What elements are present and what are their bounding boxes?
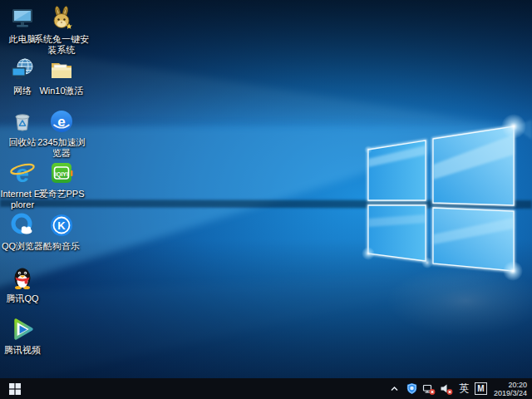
system-rabbit-icon: [48, 5, 75, 32]
desktop-icon-win10-activate[interactable]: Win10激活: [34, 57, 89, 96]
desktop-icon-label: 回收站: [9, 137, 37, 148]
system-tray: 英 M 20:20 2019/3/24: [387, 378, 532, 399]
internet-explorer-icon: e: [9, 160, 36, 186]
start-button[interactable]: [0, 378, 30, 399]
iqiyi-pps-icon: iQIYI: [48, 160, 75, 186]
taskbar: 英 M 20:20 2019/3/24: [0, 378, 532, 399]
desktop-screen: 此电脑 网络 回收站 e Internet Explorer QQ浏览器: [0, 0, 532, 399]
network-icon: [9, 57, 36, 83]
qq-browser-icon: [9, 212, 36, 239]
recycle-bin-icon: [9, 108, 36, 135]
desktop-icon-tencent-qq[interactable]: 腾讯QQ: [0, 264, 45, 304]
windows-logo-icon: [9, 383, 21, 395]
desktop-icon-label: 网络: [13, 86, 32, 96]
desktop-icon-iqiyi-pps[interactable]: iQIYI 爱奇艺PPS: [34, 160, 89, 200]
taskbar-clock[interactable]: 20:20 2019/3/24: [490, 381, 530, 397]
desktop-icon-label: 酷狗音乐: [43, 241, 80, 252]
clock-time: 20:20: [494, 381, 527, 389]
2345-browser-icon: e: [48, 108, 75, 135]
language-indicator[interactable]: 英: [457, 382, 471, 396]
desktop-icon-label: 系统兔一键安装系统: [34, 34, 89, 56]
kugou-music-icon: K: [48, 212, 75, 239]
this-pc-icon: [9, 5, 36, 32]
desktop-icon-label: 此电脑: [9, 34, 37, 45]
desktop-icon-kugou-music[interactable]: K 酷狗音乐: [34, 212, 89, 252]
desktop-icon-system-rabbit[interactable]: 系统兔一键安装系统: [34, 5, 89, 56]
hidden-icons-chevron-icon[interactable]: [387, 382, 401, 396]
clock-date: 2019/3/24: [494, 389, 527, 397]
network-disconnected-icon[interactable]: [422, 382, 436, 396]
svg-text:e: e: [57, 114, 65, 130]
desktop-icon-label: 爱奇艺PPS: [38, 189, 84, 200]
desktop-icon-tencent-video[interactable]: 腾讯视频: [0, 316, 45, 356]
tencent-video-icon: [9, 316, 36, 342]
volume-muted-icon[interactable]: [440, 382, 454, 396]
desktop-icon-label: Win10激活: [39, 86, 83, 96]
tencent-qq-icon: [9, 264, 36, 291]
svg-text:K: K: [57, 219, 66, 232]
ime-indicator[interactable]: M: [475, 382, 487, 395]
security-shield-icon[interactable]: [405, 382, 419, 396]
desktop-icon-label: 2345加速浏览器: [34, 137, 89, 159]
svg-text:iQIYI: iQIYI: [55, 171, 68, 178]
desktop-icon-label: 腾讯视频: [4, 345, 41, 356]
folder-icon: [48, 57, 75, 83]
desktop-icon-label: 腾讯QQ: [6, 293, 38, 304]
desktop-icon-2345-browser[interactable]: e 2345加速浏览器: [34, 108, 89, 159]
